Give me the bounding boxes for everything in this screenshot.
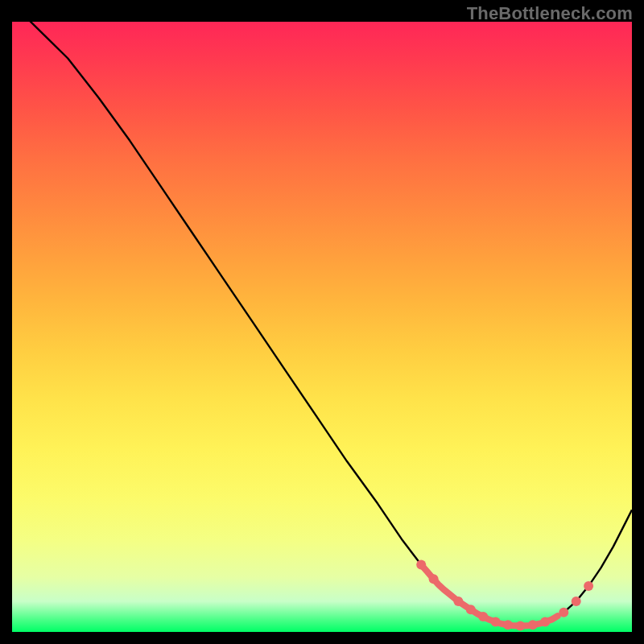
svg-point-12	[584, 581, 593, 591]
svg-point-8	[528, 620, 538, 630]
svg-point-4	[478, 612, 488, 621]
svg-point-2	[453, 597, 463, 606]
svg-point-11	[572, 597, 581, 606]
plot-area	[12, 22, 632, 632]
svg-point-7	[515, 621, 525, 630]
bottleneck-curve	[12, 22, 632, 625]
svg-point-10	[559, 608, 568, 617]
svg-point-3	[466, 605, 476, 614]
highlight-markers	[416, 560, 593, 631]
svg-point-1	[429, 574, 439, 584]
svg-point-6	[503, 620, 513, 630]
svg-point-9	[540, 617, 550, 627]
svg-point-0	[416, 560, 426, 570]
curve-svg	[12, 22, 632, 632]
svg-point-5	[491, 617, 501, 627]
chart-container: TheBottleneck.com	[0, 0, 644, 644]
